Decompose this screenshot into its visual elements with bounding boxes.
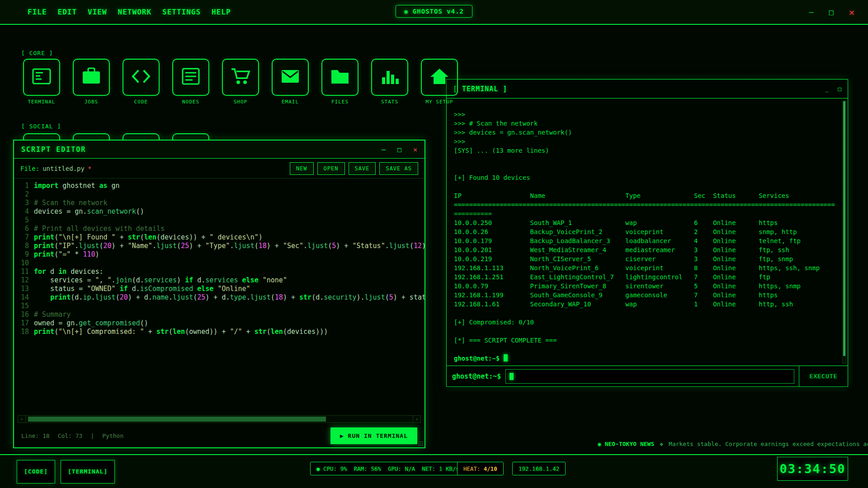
editor-body[interactable]: 123456789101112131415161718 import ghost…	[14, 178, 425, 414]
terminal-scrollbar[interactable]	[842, 100, 846, 364]
terminal-line: >>>	[454, 137, 839, 146]
terminal-line: IP Name Type Sec Status Services	[454, 191, 839, 200]
terminal-line	[454, 345, 839, 354]
terminal-minimize-icon[interactable]: _	[825, 85, 829, 92]
line-number: 16	[14, 310, 29, 319]
code-line: devices = gn.scan_network()	[34, 207, 425, 216]
desktop-icon-jobs[interactable]: JOBS	[73, 59, 110, 105]
desktop-icon-label: STATS	[371, 99, 408, 105]
input-cursor	[509, 373, 514, 380]
desktop-icon-stats[interactable]: STATS	[371, 59, 408, 105]
line-number: 14	[14, 293, 29, 302]
run-in-terminal-button[interactable]: ▶ RUN IN TERMINAL	[330, 427, 417, 444]
desktop-icon-label: EMAIL	[272, 99, 309, 105]
terminal-prompt-line: ghost@net:~$	[454, 354, 839, 363]
terminal-line: 10.0.0.219 North_CIServer_5 ciserver 3 O…	[454, 254, 839, 263]
social-section-label: [ SOCIAL ]	[21, 123, 61, 130]
taskbar-button-terminal[interactable]: [TERMINAL]	[61, 460, 115, 483]
terminal-title: [ TERMINAL ]	[453, 85, 507, 93]
code-line: print(d.ip.ljust(20) + d.name.ljust(25) …	[34, 293, 425, 302]
menu-item-view[interactable]: VIEW	[88, 8, 107, 16]
maximize-icon[interactable]: □	[829, 8, 834, 17]
editor-title: SCRIPT EDITOR	[21, 145, 86, 154]
status-divider: |	[90, 432, 94, 439]
menu-item-edit[interactable]: EDIT	[58, 8, 77, 16]
menu-item-help[interactable]: HELP	[212, 8, 231, 16]
dirty-indicator: *	[88, 165, 91, 172]
menu-item-settings[interactable]: SETTINGS	[162, 8, 201, 16]
code-line	[34, 216, 425, 225]
clock: 03:34:50	[777, 457, 848, 481]
code-line: # Summary	[34, 310, 425, 319]
scrollbar-thumb[interactable]	[28, 417, 326, 422]
briefcase-icon	[80, 66, 102, 89]
terminal-line: 192.168.1.199 South_GameConsole_9 gameco…	[454, 291, 839, 300]
cart-icon	[230, 66, 251, 89]
line-numbers: 123456789101112131415161718	[14, 182, 34, 414]
script-editor-window: SCRIPT EDITOR – □ ✕ File: untitled.py * …	[13, 140, 425, 448]
terminal-line: [*] === SCRIPT COMPLETE ===	[454, 336, 839, 345]
desktop-icon-shop[interactable]: SHOP	[222, 59, 259, 105]
window-controls: – □ ✕	[809, 7, 854, 18]
file-info: File: untitled.py *	[20, 165, 91, 172]
ticker-source: ◉ NEO-TOKYO NEWS	[598, 441, 654, 447]
close-icon[interactable]: ✕	[849, 7, 854, 18]
terminal-line: 10.0.0.79 Primary_SirenTower_8 sirentowe…	[454, 282, 839, 291]
terminal-line: 10.0.0.179 Backup_LoadBalancer_3 loadbal…	[454, 236, 839, 245]
folder-icon	[329, 66, 351, 89]
code-line: owned = gn.get_compromised()	[34, 319, 425, 328]
desktop-icon-code[interactable]: CODE	[123, 59, 160, 105]
terminal-maximize-icon[interactable]: □	[838, 85, 841, 92]
horizontal-scrollbar[interactable]: ‹ ›	[18, 415, 421, 423]
execute-button[interactable]: EXECUTE	[799, 366, 848, 386]
save-as-button[interactable]: SAVE AS	[379, 162, 418, 175]
editor-close-icon[interactable]: ✕	[413, 145, 417, 154]
terminal-line	[454, 309, 839, 318]
new-button[interactable]: NEW	[290, 162, 314, 175]
desktop-icon-email[interactable]: EMAIL	[272, 59, 309, 105]
desktop-icon-label: CODE	[123, 99, 160, 105]
minimize-icon[interactable]: –	[809, 8, 813, 17]
editor-status-text: Line: 18 Col: 73 | Python	[21, 432, 123, 439]
desktop-icon-terminal[interactable]: TERMINAL	[23, 59, 60, 105]
line-number: 6	[14, 225, 29, 233]
resize-handle[interactable]	[418, 441, 424, 446]
taskbar-button-code[interactable]: [CODE]	[17, 460, 55, 483]
scroll-right-icon[interactable]: ›	[413, 416, 420, 422]
open-button[interactable]: OPEN	[317, 162, 345, 175]
menu-item-network[interactable]: NETWORK	[118, 8, 151, 16]
terminal-input[interactable]	[505, 369, 794, 384]
envelope-icon	[279, 66, 301, 89]
line-number: 12	[14, 276, 29, 285]
terminal-line: [SYS] ... (13 more lines)	[454, 146, 839, 155]
terminal-body: >>>>>> # Scan the network>>> devices = g…	[447, 99, 848, 366]
terminal-line: 192.168.1.251 East_LightingControl_7 lig…	[454, 272, 839, 282]
terminal-input-row: ghost@net:~$ EXECUTE	[447, 366, 848, 386]
editor-minimize-icon[interactable]: –	[382, 145, 386, 154]
code-area[interactable]: import ghostnet as gn # Scan the network…	[34, 182, 425, 414]
terminal-line: 10.0.0.201 West_MediaStreamer_4 mediastr…	[454, 245, 839, 254]
scroll-left-icon[interactable]: ‹	[18, 416, 26, 422]
code-line: print("=" * 110)	[34, 250, 425, 259]
terminal-line	[454, 182, 839, 191]
line-number: 5	[14, 216, 29, 225]
desktop-icon-my-setup[interactable]: MY SETUP	[421, 59, 458, 105]
save-button[interactable]: SAVE	[349, 162, 376, 175]
code-line: # Print all devices with details	[34, 225, 425, 233]
desktop-icon-label: NODES	[172, 99, 209, 105]
terminal-prompt: ghost@net:~$	[454, 355, 504, 362]
menubar: FILEEDITVIEWNETWORKSETTINGSHELP ◉ GHOSTO…	[0, 0, 868, 25]
menu-item-file[interactable]: FILE	[28, 8, 47, 16]
heat-label: HEAT:	[463, 465, 481, 472]
desktop-icon-nodes[interactable]: NODES	[172, 59, 209, 105]
terminal-scrollbar-thumb[interactable]	[843, 101, 845, 356]
desktop-icon-label: JOBS	[73, 99, 110, 105]
core-section-label: [ CORE ]	[21, 50, 53, 56]
editor-maximize-icon[interactable]: □	[397, 145, 401, 154]
editor-window-controls: – □ ✕	[382, 145, 417, 154]
line-number: 2	[14, 190, 29, 199]
desktop-icon-files[interactable]: FILES	[321, 59, 359, 105]
terminal-line: >>> devices = gn.scan_network()	[454, 128, 839, 137]
scrollbar-track[interactable]	[26, 416, 413, 422]
terminal-window-controls: _ □	[825, 85, 841, 92]
